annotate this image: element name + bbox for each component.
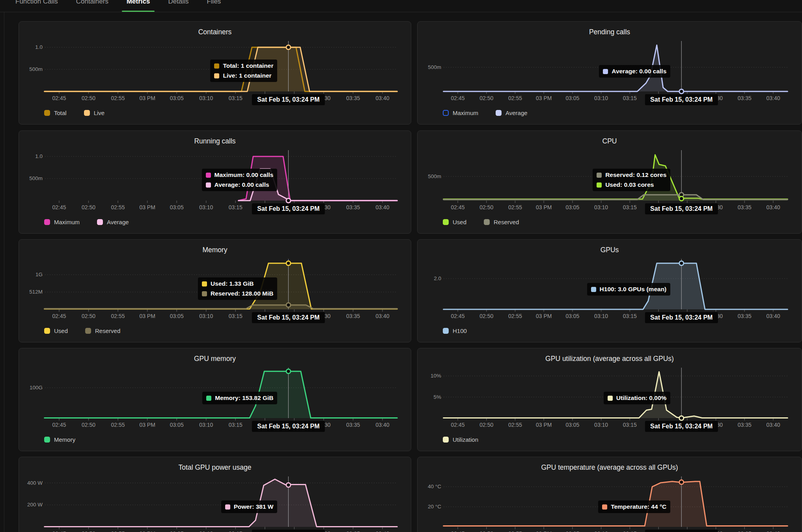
time-tooltip: Sat Feb 15, 03:24 PM [252, 203, 325, 214]
chart-plot-gpu-power[interactable] [19, 475, 412, 530]
x-axis-label: 03:40 [761, 313, 786, 319]
x-axis-label: 03:15 [617, 422, 642, 428]
legend-item-memory[interactable]: Memory [44, 436, 75, 443]
series-line-reserved [45, 305, 397, 309]
hover-marker-live [286, 45, 291, 50]
legend-item-used[interactable]: Used [44, 327, 68, 334]
legend-item-live[interactable]: Live [84, 110, 105, 116]
chart-card-gpu-utilization: GPU utilization (average across all GPUs… [417, 348, 802, 451]
hover-marker-memory [286, 369, 291, 374]
legend-item-total[interactable]: Total [44, 110, 67, 116]
tooltip-row: Maximum: 0.00 calls [206, 171, 274, 179]
tooltip-row: Reserved: 0.12 cores [597, 171, 666, 179]
tooltip-text: Memory: 153.82 GiB [215, 394, 273, 402]
chart-title-memory: Memory [19, 246, 411, 254]
x-axis-label: 03:10 [194, 530, 219, 532]
hover-tooltip: Average: 0.00 calls [599, 65, 670, 78]
x-axis-label: 03:05 [164, 422, 189, 428]
hover-marker-average [679, 89, 684, 94]
x-axis-label: 03:40 [370, 204, 395, 210]
tooltip-row: Power: 381 W [225, 503, 274, 510]
legend-label: Used [453, 219, 466, 225]
legend-item-maximum[interactable]: Maximum [443, 110, 478, 116]
hover-marker-used [679, 197, 684, 201]
x-axis-label: 03:40 [370, 422, 395, 428]
x-axis-label: 02:45 [445, 204, 470, 210]
x-axis-label: 03 PM [531, 313, 556, 319]
legend-swatch [85, 328, 91, 334]
x-axis-label: 03:10 [194, 422, 219, 428]
chart-card-containers: Containers1.0500m02:4502:5002:5503 PM03:… [19, 21, 411, 125]
legend-label: Used [54, 327, 68, 334]
tooltip-row: Total: 1 container [214, 62, 273, 69]
x-axis-label: 03:35 [732, 313, 757, 319]
time-tooltip: Sat Feb 15, 03:24 PM [252, 94, 325, 105]
tooltip-swatch [591, 287, 596, 292]
tab-files[interactable]: Files [202, 0, 226, 12]
time-tooltip: Sat Feb 15, 03:24 PM [252, 421, 325, 432]
legend-item-reserved[interactable]: Reserved [85, 327, 120, 334]
tooltip-text: Temperature: 44 °C [611, 503, 666, 510]
tooltip-text: Average: 0.00 calls [214, 181, 269, 188]
x-axis-label: 02:55 [105, 422, 131, 428]
x-axis-label: 02:55 [105, 95, 131, 101]
time-tooltip: Sat Feb 15, 03:24 PM [645, 421, 718, 432]
x-axis-label: 03:35 [732, 530, 757, 532]
legend-item-reserved[interactable]: Reserved [484, 219, 519, 225]
x-axis-label: 02:45 [445, 530, 470, 532]
hover-tooltip: Maximum: 0.00 callsAverage: 0.00 calls [202, 169, 278, 191]
x-axis-label: 03:05 [164, 530, 189, 532]
x-axis-label: 03:35 [340, 95, 366, 101]
x-axis-label: 03:40 [370, 95, 395, 101]
time-tooltip: Sat Feb 15, 03:24 PM [252, 312, 325, 323]
tab-details[interactable]: Details [163, 0, 193, 12]
hover-tooltip: Temperature: 44 °C [598, 500, 670, 513]
legend-swatch [443, 110, 449, 116]
tooltip-text: Maximum: 0.00 calls [214, 171, 274, 179]
x-axis-label: 03:10 [589, 422, 614, 428]
x-axis-label: 02:55 [502, 95, 528, 101]
legend-label: Average [107, 219, 129, 225]
legend-item-used[interactable]: Used [443, 219, 466, 225]
chart-card-memory: Memory1G512M02:4502:5002:5503 PM03:0503:… [19, 239, 411, 342]
legend-item-average[interactable]: Average [496, 110, 528, 116]
tooltip-swatch [225, 504, 230, 510]
tab-function-calls[interactable]: Function Calls [11, 0, 63, 12]
chart-legend: Memory [44, 436, 75, 443]
tooltip-swatch [603, 69, 608, 74]
chart-legend: H100 [443, 327, 467, 334]
x-axis-label: 03:35 [340, 204, 366, 210]
legend-label: Average [505, 110, 528, 116]
x-axis-label: 02:45 [47, 95, 72, 101]
legend-item-average[interactable]: Average [97, 219, 129, 225]
x-axis-label: 02:50 [76, 530, 101, 532]
chart-title-cpu: CPU [418, 137, 802, 145]
chart-title-containers: Containers [19, 28, 411, 36]
legend-swatch [84, 110, 90, 116]
hover-tooltip: Power: 381 W [221, 500, 278, 513]
x-axis-label: 03:35 [732, 422, 757, 428]
time-tooltip: Sat Feb 15, 03:24 PM [645, 312, 718, 323]
tab-containers[interactable]: Containers [71, 0, 113, 12]
x-axis-label: 03:40 [370, 530, 395, 532]
hover-tooltip: Used: 1.33 GiBReserved: 128.00 MiB [198, 277, 277, 300]
legend-label: Maximum [453, 110, 478, 116]
hover-marker-h100 [679, 261, 684, 266]
legend-item-utilization[interactable]: Utilization [443, 436, 478, 443]
tab-metrics[interactable]: Metrics [122, 0, 155, 12]
x-axis-label: 03:10 [589, 530, 614, 532]
tooltip-row: Memory: 153.82 GiB [206, 394, 273, 402]
x-axis-label: 02:45 [47, 204, 72, 210]
chart-title-running-calls: Running calls [19, 137, 411, 145]
x-axis-label: 02:45 [47, 422, 72, 428]
tooltip-row: H100: 3.0 GPUs (mean) [591, 286, 667, 293]
x-axis-label: 02:45 [445, 313, 470, 319]
time-tooltip: Sat Feb 15, 03:24 PM [645, 203, 718, 214]
x-axis-label: 02:55 [105, 530, 131, 532]
legend-swatch [443, 219, 449, 225]
legend-item-h100[interactable]: H100 [443, 327, 467, 334]
hover-tooltip: Utilization: 0.00% [604, 392, 670, 404]
x-axis-label: 03:40 [761, 530, 786, 532]
chart-legend: MaximumAverage [443, 110, 528, 116]
legend-item-maximum[interactable]: Maximum [44, 219, 80, 225]
